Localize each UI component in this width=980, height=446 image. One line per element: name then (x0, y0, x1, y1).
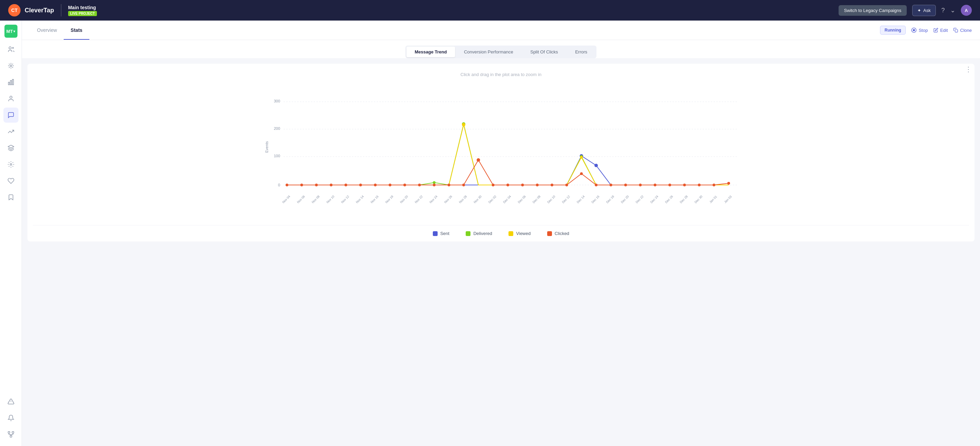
svg-point-77 (462, 183, 465, 186)
svg-point-78 (477, 158, 480, 162)
tab-overview[interactable]: Overview (30, 21, 64, 40)
sidebar-item-journeys[interactable] (3, 58, 19, 73)
sidebar-item-campaigns[interactable] (3, 108, 19, 123)
sub-tab-errors[interactable]: Errors (567, 46, 595, 57)
svg-text:Nov 16: Nov 16 (370, 194, 379, 204)
ask-button[interactable]: ✦ Ask (912, 5, 936, 16)
svg-point-73 (403, 183, 406, 186)
sidebar-item-settings[interactable] (3, 157, 19, 172)
svg-text:Nov 08: Nov 08 (311, 194, 320, 204)
svg-text:Dec 04: Dec 04 (502, 194, 512, 204)
top-navigation: CT CleverTap Main testing LIVE PROJECT S… (0, 0, 980, 21)
running-status-badge: Running (880, 26, 906, 35)
sub-tab-group: Message Trend Conversion Performance Spl… (406, 46, 597, 58)
svg-point-92 (683, 183, 686, 186)
svg-text:Dec 18: Dec 18 (605, 194, 615, 204)
svg-text:Nov 10: Nov 10 (326, 194, 335, 204)
svg-text:Nov 14: Nov 14 (355, 194, 364, 204)
svg-text:Dec 26: Dec 26 (664, 194, 673, 204)
sub-tab-message-trend[interactable]: Message Trend (406, 46, 455, 57)
svg-text:Dec 30: Dec 30 (694, 194, 703, 204)
sidebar-item-alerts[interactable] (3, 173, 19, 188)
svg-point-8 (10, 96, 12, 99)
svg-point-9 (10, 164, 12, 166)
svg-point-69 (344, 183, 347, 186)
sidebar-project-avatar[interactable]: MT ▾ (5, 25, 18, 38)
svg-point-65 (286, 183, 288, 186)
svg-point-2 (9, 47, 11, 49)
header-actions: Running Stop Edit Clone (880, 26, 972, 35)
chart-svg[interactable]: .axis-text { font-size: 11px; fill: #889… (33, 85, 969, 215)
legend-viewed-color (509, 231, 513, 236)
chart-legend: Sent Delivered Viewed Clicked (33, 225, 969, 236)
svg-text:Nov 06: Nov 06 (296, 194, 305, 204)
svg-rect-12 (8, 432, 10, 433)
svg-rect-5 (8, 82, 9, 85)
stop-icon (911, 27, 916, 33)
svg-point-89 (639, 183, 642, 186)
clone-button[interactable]: Clone (953, 28, 972, 33)
svg-text:0: 0 (278, 183, 280, 187)
chevron-down-icon[interactable]: ⌄ (950, 6, 955, 14)
svg-rect-14 (10, 435, 12, 437)
help-icon[interactable]: ? (941, 7, 945, 14)
svg-point-70 (359, 183, 362, 186)
svg-point-87 (609, 183, 612, 186)
stop-button[interactable]: Stop (911, 27, 928, 33)
svg-point-83 (550, 183, 554, 186)
sidebar-item-analytics[interactable] (3, 75, 19, 90)
svg-text:Dec 08: Dec 08 (532, 194, 541, 204)
sidebar-item-network[interactable] (3, 427, 19, 442)
svg-text:Dec 06: Dec 06 (517, 194, 526, 204)
svg-text:Nov 18: Nov 18 (385, 194, 394, 204)
svg-point-60 (433, 181, 436, 184)
svg-text:Nov 26: Nov 26 (444, 194, 453, 204)
user-avatar[interactable]: A (961, 5, 972, 16)
svg-point-85 (580, 172, 583, 175)
sidebar-item-users[interactable] (3, 91, 19, 106)
svg-point-4 (10, 65, 12, 67)
chart-container: Click and drag in the plot area to zoom … (27, 64, 975, 242)
svg-text:Dec 16: Dec 16 (591, 194, 600, 204)
svg-point-93 (698, 183, 701, 186)
sub-tab-split-of-clicks[interactable]: Split Of Clicks (522, 46, 566, 57)
svg-point-82 (536, 183, 539, 186)
tab-stats[interactable]: Stats (64, 21, 89, 40)
svg-text:200: 200 (274, 126, 280, 131)
svg-point-80 (506, 183, 509, 186)
svg-point-59 (595, 164, 598, 167)
sidebar-item-warning[interactable] (3, 394, 19, 409)
svg-point-86 (595, 183, 598, 186)
sidebar-item-segments[interactable] (3, 42, 19, 57)
svg-text:100: 100 (274, 154, 280, 158)
content-area: Message Trend Conversion Performance Spl… (22, 40, 980, 446)
sidebar-item-bookmarks[interactable] (3, 190, 19, 205)
svg-point-84 (565, 183, 568, 186)
svg-text:Dec 14: Dec 14 (576, 194, 585, 204)
legend-clicked: Clicked (547, 231, 570, 236)
svg-text:Jan 03: Jan 03 (724, 195, 732, 204)
sidebar-item-ab-test[interactable] (3, 124, 19, 139)
svg-rect-17 (955, 29, 958, 32)
edit-button[interactable]: Edit (934, 28, 948, 33)
legacy-campaigns-button[interactable]: Switch to Legacy Campaigns (838, 5, 907, 16)
sub-tabs-container: Message Trend Conversion Performance Spl… (22, 40, 980, 58)
svg-text:Dec 20: Dec 20 (620, 194, 629, 204)
svg-point-88 (624, 183, 627, 186)
edit-icon (934, 28, 938, 33)
svg-rect-16 (913, 29, 915, 31)
svg-text:Nov 04: Nov 04 (282, 194, 291, 204)
sidebar-item-engage[interactable] (3, 140, 19, 156)
sidebar-bottom (3, 394, 19, 442)
legend-clicked-color (547, 231, 552, 236)
svg-text:Dec 02: Dec 02 (488, 194, 497, 204)
svg-rect-7 (12, 80, 13, 85)
svg-point-79 (492, 183, 495, 186)
legend-sent: Sent (433, 231, 450, 236)
svg-text:Dec 22: Dec 22 (635, 194, 644, 204)
sidebar-item-bell[interactable] (3, 410, 19, 425)
sub-tab-conversion-performance[interactable]: Conversion Performance (456, 46, 522, 57)
sidebar-dropdown-icon: ▾ (13, 29, 15, 33)
svg-point-71 (374, 183, 377, 186)
chart-more-options-button[interactable]: ⋮ (962, 64, 975, 75)
